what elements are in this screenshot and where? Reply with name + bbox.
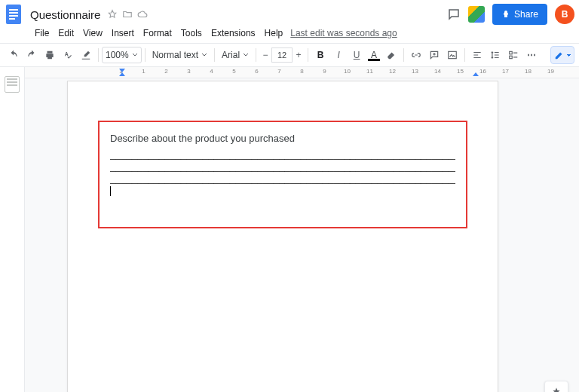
spellcheck-icon[interactable] — [60, 47, 76, 63]
star-icon[interactable] — [106, 8, 118, 20]
annotation-highlight-box: Describe about the product you purchased… — [98, 121, 467, 228]
font-size-increase[interactable]: + — [293, 48, 305, 62]
meet-icon[interactable] — [467, 5, 486, 24]
paragraph-style-select[interactable]: Normal text — [149, 47, 211, 63]
font-size-decrease[interactable]: − — [259, 48, 271, 62]
zoom-value: 100% — [106, 50, 129, 60]
checklist-icon[interactable] — [505, 47, 522, 63]
menu-bar: File Edit View Insert Format Tools Exten… — [0, 26, 579, 43]
answer-line[interactable]: ________________________________________… — [110, 173, 455, 185]
question-prompt[interactable]: Describe about the product you purchased — [110, 133, 455, 144]
outline-rail — [0, 67, 25, 392]
document-title[interactable]: Questionnaire — [27, 8, 103, 21]
menu-view[interactable]: View — [78, 26, 107, 41]
zoom-select[interactable]: 100% — [102, 47, 142, 63]
menu-extensions[interactable]: Extensions — [207, 26, 260, 41]
caret-down-icon — [566, 53, 571, 58]
add-comment-icon[interactable] — [426, 47, 443, 63]
share-button[interactable]: Share — [492, 4, 547, 25]
answer-line[interactable]: ________________________________________… — [110, 161, 455, 173]
menu-help[interactable]: Help — [260, 26, 288, 41]
caret-down-icon — [243, 52, 249, 58]
text-caret — [110, 186, 111, 196]
svg-rect-6 — [510, 51, 513, 54]
redo-icon[interactable] — [23, 47, 40, 63]
menu-tools[interactable]: Tools — [176, 26, 207, 41]
editing-mode-button[interactable] — [550, 46, 574, 64]
menu-insert[interactable]: Insert — [107, 26, 139, 41]
svg-rect-3 — [9, 15, 18, 17]
menu-file[interactable]: File — [30, 26, 54, 41]
svg-rect-0 — [6, 5, 21, 24]
move-folder-icon[interactable] — [121, 8, 133, 20]
toolbar: 100% Normal text Arial − + B I U A ⋯ — [0, 43, 579, 67]
svg-rect-7 — [510, 56, 513, 59]
page[interactable]: Describe about the product you purchased… — [67, 81, 498, 392]
align-icon[interactable] — [469, 47, 486, 63]
highlight-icon[interactable] — [383, 47, 400, 63]
font-family-value: Arial — [222, 50, 240, 60]
text-cursor-line[interactable] — [110, 185, 455, 197]
horizontal-ruler[interactable]: 112345678910111213141516171819 — [25, 67, 579, 78]
document-canvas[interactable]: 112345678910111213141516171819 Describe … — [25, 67, 579, 392]
font-family-select[interactable]: Arial — [218, 47, 253, 63]
font-size-input[interactable] — [271, 47, 293, 63]
italic-icon[interactable]: I — [330, 47, 347, 63]
last-edit-link[interactable]: Last edit was seconds ago — [287, 28, 397, 38]
print-icon[interactable] — [41, 47, 58, 63]
more-icon[interactable]: ⋯ — [523, 47, 540, 63]
undo-icon[interactable] — [5, 47, 22, 63]
font-size-control: − + — [259, 47, 305, 63]
underline-icon[interactable]: U — [348, 47, 365, 63]
svg-rect-4 — [9, 18, 15, 20]
account-avatar[interactable]: B — [555, 5, 574, 24]
cloud-status-icon[interactable] — [136, 8, 149, 20]
caret-down-icon — [201, 52, 207, 58]
svg-rect-1 — [9, 9, 18, 11]
insert-image-icon[interactable] — [444, 47, 461, 63]
insert-link-icon[interactable] — [408, 47, 424, 63]
bold-icon[interactable]: B — [312, 47, 329, 63]
svg-rect-2 — [9, 12, 18, 14]
paragraph-style-value: Normal text — [152, 50, 198, 60]
line-spacing-icon[interactable] — [487, 47, 504, 63]
explore-button[interactable] — [544, 381, 568, 392]
right-indent-marker[interactable] — [473, 72, 479, 76]
caret-down-icon — [132, 52, 138, 58]
share-button-label: Share — [514, 9, 538, 20]
menu-format[interactable]: Format — [139, 26, 176, 41]
comment-history-icon[interactable] — [444, 5, 464, 24]
docs-logo[interactable] — [5, 3, 23, 26]
text-color-icon[interactable]: A — [366, 47, 382, 63]
outline-toggle-icon[interactable] — [5, 76, 20, 93]
paint-format-icon[interactable] — [78, 47, 94, 63]
left-indent-marker[interactable] — [119, 72, 125, 76]
menu-edit[interactable]: Edit — [54, 26, 78, 41]
answer-line[interactable]: ________________________________________… — [110, 149, 455, 161]
